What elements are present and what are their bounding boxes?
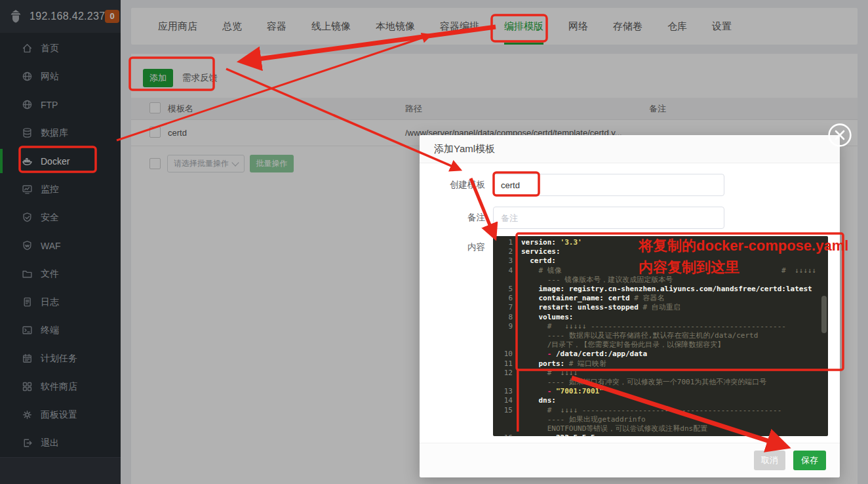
modal-footer: 取消 保存 [420, 443, 840, 477]
line-number [493, 275, 521, 285]
line-number: 6 [493, 294, 521, 303]
line-number: 10 [493, 350, 521, 359]
line-number: 3 [493, 256, 521, 266]
line-number [493, 378, 521, 387]
editor-line: 8 volumes: [493, 313, 828, 322]
form-row-note: 备注 [420, 207, 840, 229]
line-number: 13 [493, 387, 521, 396]
editor-line: /目录下，【您需要定时备份此目录，以保障数据容灾】 [493, 340, 828, 350]
editor-line: 12 # ↓↓↓↓ [493, 369, 828, 378]
editor-scrollbar[interactable] [821, 296, 827, 333]
editor-line: ---- 如果出现getaddrinfo [493, 415, 828, 424]
line-number [493, 415, 521, 424]
editor-line: 7 restart: unless-stopped # 自动重启 [493, 303, 828, 312]
editor-line: 5 image: registry.cn-shenzhen.aliyuncs.c… [493, 285, 828, 294]
line-number: 11 [493, 359, 521, 369]
editor-line: ENOTFOUND等错误，可以尝试修改或注释dns配置 [493, 424, 828, 434]
editor-line: 9 # ↓↓↓↓↓ ------------------------------… [493, 322, 828, 331]
editor-line: 6 container_name: certd # 容器名 [493, 294, 828, 303]
name-field-label: 创建模板 [420, 174, 493, 196]
editor-line: 14 dns: [493, 396, 828, 405]
editor-line: 2services: [493, 247, 828, 256]
note-input[interactable] [493, 207, 724, 229]
editor-line: 1version: '3.3' [493, 238, 828, 247]
editor-line: 10 - /data/certd:/app/data [493, 350, 828, 359]
content-field-label: 内容 [420, 236, 493, 436]
editor-line: ---- 数据库以及证书存储路径,默认存在宿主机的/data/certd [493, 331, 828, 340]
close-icon[interactable] [827, 123, 852, 148]
save-button[interactable]: 保存 [793, 451, 826, 470]
editor-line: 3 certd: [493, 256, 828, 266]
form-row-name: 创建模板 [420, 174, 840, 196]
line-number: 4 [493, 266, 521, 275]
add-yaml-modal: 添加Yaml模板 创建模板 备注 内容 1version: '3.3'2serv… [420, 135, 840, 477]
editor-line: --- 镜像版本号，建议改成固定版本号 [493, 275, 828, 285]
form-row-content: 内容 1version: '3.3'2services:3 certd:4 # … [420, 236, 840, 436]
line-number [493, 424, 521, 434]
line-number: 7 [493, 303, 521, 312]
note-field-label: 备注 [420, 207, 493, 229]
line-number [493, 331, 521, 340]
line-number [493, 340, 521, 350]
editor-line: 16 - 223.5.5.5 [493, 434, 828, 436]
line-number: 9 [493, 322, 521, 331]
editor-line: 13 - "7001:7001" [493, 387, 828, 396]
editor-line: 4 # 镜像# ↓↓↓↓↓ [493, 266, 828, 275]
editor-line: 15 # ↓↓↓↓ ------------------------------… [493, 406, 828, 415]
line-number: 1 [493, 238, 521, 247]
line-number: 8 [493, 313, 521, 322]
cancel-button[interactable]: 取消 [754, 451, 785, 470]
line-number: 14 [493, 396, 521, 405]
line-number: 12 [493, 369, 521, 378]
line-number: 2 [493, 247, 521, 256]
modal-title: 添加Yaml模板 [420, 135, 840, 163]
editor-line: ---- 如果端口有冲突，可以修改第一个7001为其他不冲突的端口号 [493, 378, 828, 387]
yaml-editor[interactable]: 1version: '3.3'2services:3 certd:4 # 镜像#… [493, 236, 828, 436]
template-name-input[interactable] [493, 174, 724, 196]
line-number: 15 [493, 406, 521, 415]
editor-line: 11 ports: # 端口映射 [493, 359, 828, 369]
line-number: 5 [493, 285, 521, 294]
line-number: 16 [493, 434, 521, 436]
